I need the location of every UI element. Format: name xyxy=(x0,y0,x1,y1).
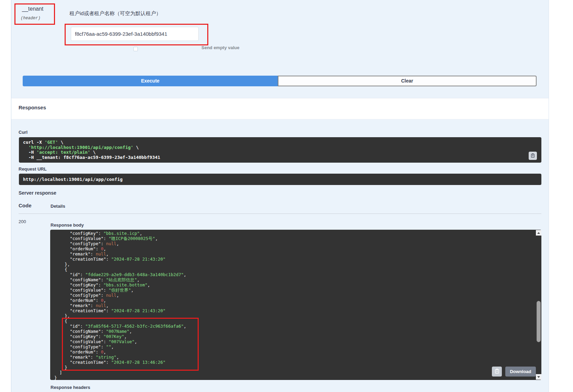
status-code: 200 xyxy=(19,219,26,224)
details-column-header: Details xyxy=(51,204,65,209)
code-column-header: Code xyxy=(19,203,32,208)
parameter-description: 租户id或者租户名称（可空为默认租户） xyxy=(69,10,161,17)
server-response-label: Server response xyxy=(19,190,56,196)
execute-button[interactable]: Execute xyxy=(23,76,278,86)
response-headers-label: Response headers xyxy=(51,385,90,390)
request-url-value: http://localhost:19001/api/app/config xyxy=(19,174,541,185)
request-url-label: Request URL xyxy=(19,166,47,172)
request-url-block: http://localhost:19001/api/app/config xyxy=(19,174,541,185)
annotation-box-parameter-value xyxy=(65,24,208,45)
copy-response-button[interactable] xyxy=(492,367,502,377)
annotation-box-json-object xyxy=(62,318,199,371)
download-button[interactable]: Download xyxy=(505,367,536,377)
table-divider xyxy=(19,214,541,214)
clipboard-icon xyxy=(494,368,500,375)
scroll-up-button[interactable] xyxy=(536,230,541,236)
clipboard-icon xyxy=(530,153,535,159)
responses-header-band xyxy=(11,98,549,119)
arrow-down-icon xyxy=(537,376,540,378)
scroll-down-button[interactable] xyxy=(536,374,541,380)
arrow-up-icon xyxy=(537,232,540,234)
curl-label: Curl xyxy=(19,130,27,135)
responses-section-title: Responses xyxy=(19,105,46,110)
swagger-operation-screen: __tenant (header) 租户id或者租户名称（可空为默认租户） Se… xyxy=(0,0,573,392)
copy-curl-button[interactable] xyxy=(529,152,537,160)
curl-command-text: curl -X 'GET' \ 'http://localhost:19001/… xyxy=(23,140,537,160)
scrollbar-thumb[interactable] xyxy=(537,301,541,342)
send-empty-value-label: Send empty value xyxy=(201,45,240,50)
send-empty-value-checkbox[interactable] xyxy=(133,47,138,51)
clear-button[interactable]: Clear xyxy=(278,76,537,86)
response-body-label: Response body xyxy=(51,222,84,228)
annotation-box-parameter-name xyxy=(14,3,55,25)
curl-command-block: curl -X 'GET' \ 'http://localhost:19001/… xyxy=(19,137,541,163)
